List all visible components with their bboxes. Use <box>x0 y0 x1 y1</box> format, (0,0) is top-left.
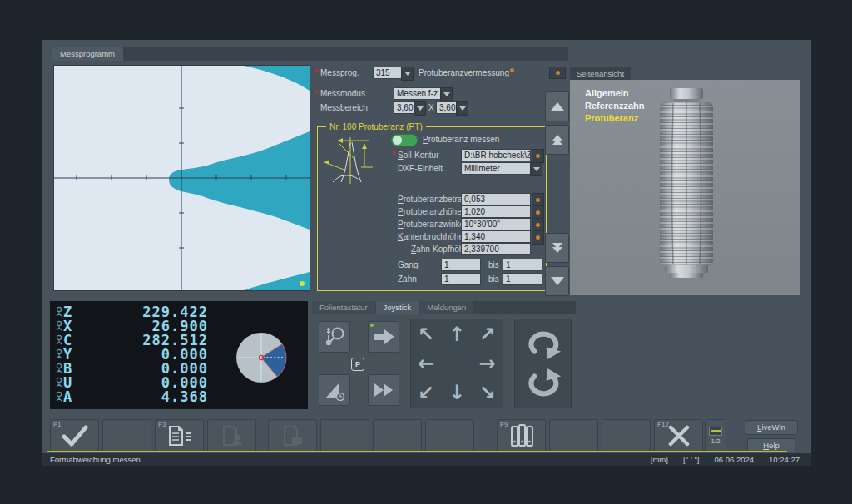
protuberanzhoehe-field[interactable]: 1,020 <box>461 205 531 218</box>
softkey-f2[interactable] <box>102 419 151 452</box>
jog-down-button[interactable]: ↓ <box>442 378 473 408</box>
messbereich-y-dropdown-button[interactable] <box>456 101 468 116</box>
jog-up-button[interactable]: ↑ <box>442 319 473 348</box>
rotation-jog-panel <box>514 319 572 408</box>
jog-step-right-button[interactable] <box>368 321 399 353</box>
probe-search-button[interactable] <box>319 321 350 353</box>
main-tabstrip: Messprogramm <box>52 47 568 61</box>
gang-from-field[interactable]: 1 <box>441 259 481 271</box>
softkey-page-toggle-button[interactable]: 1/2 <box>705 419 726 452</box>
jog-up-right-button[interactable]: ↗ <box>472 319 503 348</box>
status-bar: Formabweichung messen [mm] [° ' "] 06.06… <box>42 453 811 466</box>
softkey-f10[interactable] <box>549 419 598 452</box>
jog-left-button[interactable]: ← <box>411 348 442 378</box>
groupbox-title: Nr. 100 Protuberanz (PT) <box>326 122 426 131</box>
page-down-button[interactable] <box>545 233 569 263</box>
orange-dot-icon <box>536 235 540 240</box>
jog-panel: Folientastatur Joystick Meldungen <box>312 301 576 409</box>
zahn-from-field[interactable]: 1 <box>441 273 481 285</box>
status-date: 06.06.2024 <box>714 455 754 464</box>
arrow-up-icon <box>551 102 564 111</box>
orange-dot-icon <box>536 210 540 215</box>
books-icon <box>509 424 534 447</box>
messmodus-dropdown-button[interactable] <box>440 87 453 101</box>
zahn-to-field[interactable]: 1 <box>503 273 542 285</box>
required-marker-icon <box>315 90 319 93</box>
protuberanzbetrag-field[interactable]: 0,053 <box>461 193 531 205</box>
measure-form: Messprog. 315 Protuberanzvermessung Mess… <box>310 65 568 302</box>
dxf-einheit-select[interactable]: Millimeter <box>461 162 531 175</box>
axis-ref-icon <box>55 363 63 373</box>
jog-direction-grid: ↖ ↑ ↗ ← → ↙ ↓ ↘ <box>410 319 503 408</box>
softkey-f5-disabled[interactable] <box>268 419 317 452</box>
field-label: Protuberanzwinkel <box>398 220 466 229</box>
jog-down-left-button[interactable]: ↙ <box>411 378 442 408</box>
parking-badge: P <box>351 358 364 371</box>
messprog-select[interactable]: 315 <box>373 67 402 79</box>
messbereich-x-dropdown-button[interactable] <box>414 101 426 116</box>
screen: Messprogramm <box>0 0 852 504</box>
softkey-page-icon <box>709 427 722 436</box>
messmodus-label: Messmodus <box>320 89 365 98</box>
rotate-cw-button[interactable] <box>519 368 567 404</box>
program-title: Protuberanzvermessung <box>419 68 509 77</box>
messprog-dropdown-button[interactable] <box>401 67 414 81</box>
gang-to-field[interactable]: 1 <box>503 259 542 271</box>
softkey-f11[interactable] <box>602 419 651 452</box>
zahn-kopfhoehe-field[interactable]: 2,339700 <box>461 243 531 255</box>
plot-marker-dot <box>300 281 305 286</box>
softkey-f4-disabled[interactable] <box>207 419 256 452</box>
livewin-label: LiveWin <box>757 421 785 434</box>
softkey-f12-cancel[interactable]: F12 <box>654 419 703 452</box>
tab-seitenansicht[interactable]: Seitenansicht <box>570 67 631 80</box>
app-window: Messprogramm <box>42 40 811 466</box>
tab-meldungen[interactable]: Meldungen <box>419 301 473 314</box>
rapid-feed-button[interactable] <box>368 374 399 406</box>
protuberanzwinkel-field[interactable]: 10°30'00" <box>461 218 531 230</box>
status-accent-line <box>47 451 787 452</box>
softkey-f9-archive[interactable]: F9 <box>497 419 546 452</box>
messbereich-x-select[interactable]: 3,60 <box>394 101 414 114</box>
page-up-button[interactable] <box>545 125 569 155</box>
probe-magnifier-icon <box>323 325 346 348</box>
softkey-f6[interactable] <box>320 419 369 452</box>
jog-down-right-button[interactable]: ↘ <box>472 378 503 408</box>
probe-calibration-button[interactable] <box>319 374 350 406</box>
jog-up-left-button[interactable]: ↖ <box>411 319 442 348</box>
tab-messprogramm-label: Messprogramm <box>60 49 115 58</box>
protuberanz-groupbox: Nr. 100 Protuberanz (PT) <box>317 126 547 291</box>
calibration-ramp-icon <box>323 379 346 401</box>
softkey-f1-confirm[interactable]: F1 <box>50 419 99 452</box>
scroll-up-button[interactable] <box>545 91 569 121</box>
tab-joystick[interactable]: Joystick <box>376 301 419 314</box>
tab-seitenansicht-label: Seitenansicht <box>577 69 624 78</box>
axis-name: A <box>63 388 77 405</box>
softkey-f7[interactable] <box>373 419 422 452</box>
dxf-einheit-dropdown-button[interactable] <box>530 162 542 176</box>
scroll-down-button[interactable] <box>545 266 569 296</box>
jog-right-button[interactable]: → <box>472 348 503 378</box>
axis-value: 4.368 <box>77 388 208 405</box>
tab-folientastatur[interactable]: Folientastatur <box>312 301 375 314</box>
unit-deg: [° ' "] <box>683 455 700 464</box>
status-time: 10:24:27 <box>769 455 800 464</box>
messbereich-y-select[interactable]: 3,60 <box>436 101 457 114</box>
softkey-f3-report[interactable]: F3 <box>155 419 204 452</box>
softkey-f8[interactable] <box>425 419 474 452</box>
chevron-down-icon <box>404 72 411 76</box>
messmodus-select[interactable]: Messen f-z <box>394 87 441 100</box>
tab-messprogramm[interactable]: Messprogramm <box>52 47 123 61</box>
livewin-button[interactable]: LiveWin <box>745 420 798 435</box>
kantenbruchhoehe-field[interactable]: 1,340 <box>461 230 531 243</box>
soll-kontur-browse-button[interactable] <box>532 149 544 163</box>
soll-kontur-field[interactable]: D:\BR hobcheck\Z31 <box>461 149 531 161</box>
protuberanz-messen-toggle[interactable] <box>391 134 418 146</box>
rotate-ccw-button[interactable] <box>519 324 567 360</box>
tooth-contour-graphic <box>54 66 310 290</box>
option-mini-button[interactable] <box>549 67 566 79</box>
protuberanz-diagram-icon <box>321 134 379 185</box>
field-options-button[interactable] <box>532 230 544 245</box>
document-copy-icon <box>280 425 306 447</box>
dro-panel: Z229.422 X26.900 C282.512 Y0.000 B0.000 … <box>50 301 308 409</box>
fast-forward-icon <box>373 383 394 398</box>
